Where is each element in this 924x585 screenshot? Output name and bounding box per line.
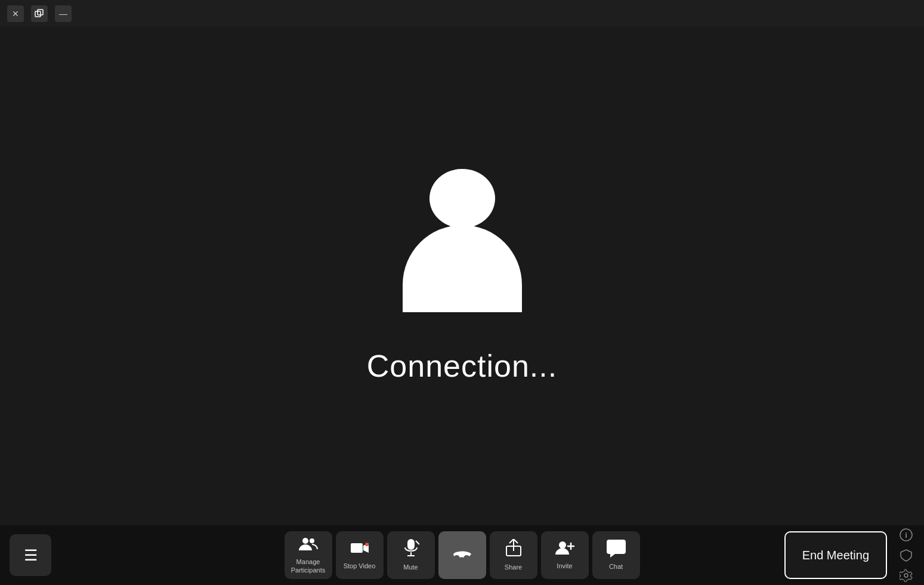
invite-label: Invite: [557, 562, 572, 570]
invite-icon: [555, 540, 574, 559]
svg-rect-16: [607, 540, 626, 554]
end-call-button[interactable]: [438, 531, 486, 579]
menu-icon: ☰: [24, 547, 38, 563]
video-icon: [350, 540, 369, 559]
chat-label: Chat: [609, 563, 623, 571]
svg-line-10: [416, 541, 419, 544]
stop-video-button[interactable]: Stop Video: [336, 531, 384, 579]
side-icons: i: [898, 526, 914, 584]
toolbar-center: Manage Participants Stop Video: [285, 531, 640, 579]
connection-status-text: Connection...: [367, 348, 557, 384]
avatar-icon: [394, 169, 531, 312]
end-meeting-button[interactable]: End Meeting: [784, 531, 887, 579]
svg-rect-7: [407, 539, 415, 550]
svg-point-2: [302, 538, 308, 544]
svg-marker-17: [610, 554, 615, 558]
avatar-body: [403, 225, 522, 312]
shield-button[interactable]: [898, 547, 914, 564]
svg-text:i: i: [905, 531, 907, 540]
video-area: Connection...: [0, 27, 924, 525]
svg-point-6: [365, 543, 369, 546]
toolbar-left: ☰: [10, 534, 51, 576]
share-icon: [505, 539, 522, 561]
invite-button[interactable]: Invite: [541, 531, 589, 579]
close-button[interactable]: ✕: [7, 5, 24, 22]
share-label: Share: [505, 564, 522, 571]
mute-label: Mute: [403, 564, 418, 571]
mute-button[interactable]: Mute: [387, 531, 435, 579]
avatar-container: [394, 169, 531, 312]
chat-icon: [607, 540, 626, 560]
avatar-head: [429, 169, 495, 229]
svg-point-13: [559, 541, 566, 549]
stop-video-label: Stop Video: [344, 562, 376, 570]
minimize-button[interactable]: —: [55, 5, 72, 22]
chat-button[interactable]: Chat: [592, 531, 640, 579]
participants-icon: [299, 536, 318, 555]
menu-button[interactable]: ☰: [10, 534, 51, 576]
toolbar: ☰ Manage Participants: [0, 525, 924, 585]
settings-button[interactable]: [898, 567, 914, 584]
share-button[interactable]: Share: [490, 531, 537, 579]
toolbar-right: End Meeting i: [784, 526, 914, 584]
info-button[interactable]: i: [898, 526, 914, 543]
titlebar: ✕ —: [0, 0, 924, 27]
manage-participants-label: Manage Participants: [285, 558, 332, 574]
svg-rect-4: [351, 543, 363, 553]
phone-end-icon: [452, 547, 473, 564]
svg-point-20: [904, 574, 908, 577]
mic-icon: [403, 539, 419, 561]
svg-point-3: [310, 538, 314, 543]
duplicate-button[interactable]: [31, 5, 48, 22]
manage-participants-button[interactable]: Manage Participants: [285, 531, 332, 579]
